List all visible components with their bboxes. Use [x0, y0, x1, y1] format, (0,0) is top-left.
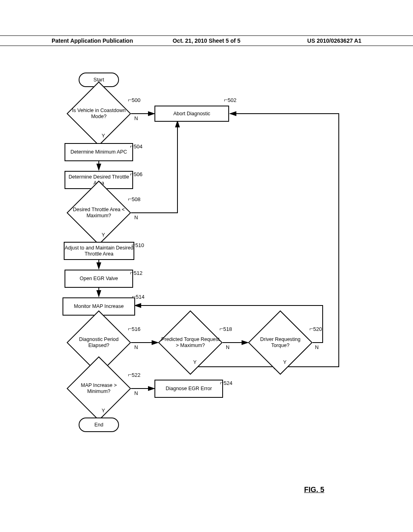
- process-min-apc-text: Determine Minimum APC: [71, 149, 127, 155]
- decision-predicted-torque: Predicted Torque Request > Maximum?: [158, 326, 223, 359]
- decision-coastdown-text: Is Vehicle in Coastdown Mode?: [67, 108, 131, 120]
- ref-518: ⌐518: [219, 325, 232, 333]
- edge-label-y4: Y: [193, 360, 196, 365]
- edge-label-n4: N: [226, 345, 229, 350]
- decision-map-increase: MAP Increase > Minimum?: [67, 372, 131, 405]
- header-left: Patent Application Publication: [52, 37, 133, 44]
- ref-506: ⌐506: [130, 170, 142, 178]
- figure-label: FIG. 5: [304, 486, 324, 494]
- decision-predicted-torque-text: Predicted Torque Request > Maximum?: [158, 337, 223, 349]
- edge-label-n: N: [134, 116, 138, 121]
- decision-coastdown: Is Vehicle in Coastdown Mode?: [67, 98, 131, 130]
- page-header: Patent Application Publication Oct. 21, …: [0, 35, 413, 46]
- decision-map-increase-text: MAP Increase > Minimum?: [67, 382, 131, 395]
- process-diagnose-egr-error-text: Diagnose EGR Error: [166, 386, 212, 392]
- process-min-apc: Determine Minimum APC: [65, 143, 133, 161]
- edge-label-n2: N: [134, 215, 138, 220]
- decision-throttle-max-text: Desired Throttle Area < Maximum?: [67, 207, 131, 219]
- edge-label-y: Y: [102, 133, 105, 139]
- ref-512: ⌐512: [130, 269, 142, 277]
- ref-502: ⌐502: [224, 96, 236, 104]
- process-abort-text: Abort Diagnostic: [173, 111, 211, 117]
- header-right: US 2010/0263627 A1: [307, 37, 361, 44]
- decision-period-elapsed: Diagnostic Period Elapsed?: [67, 326, 131, 359]
- edge-label-y6: Y: [102, 408, 105, 414]
- process-open-egr-text: Open EGR Valve: [80, 276, 118, 282]
- end-label: End: [94, 422, 103, 428]
- ref-522: ⌐522: [128, 371, 140, 379]
- ref-514: ⌐514: [132, 293, 144, 301]
- header-center: Oct. 21, 2010 Sheet 5 of 5: [173, 37, 240, 44]
- ref-524: ⌐524: [220, 379, 232, 387]
- edge-label-n6: N: [134, 391, 138, 396]
- ref-516: ⌐516: [128, 325, 140, 333]
- flowchart: Start Is Vehicle in Coastdown Mode? ⌐500…: [0, 69, 413, 496]
- end-terminal: End: [79, 418, 119, 432]
- ref-504: ⌐504: [130, 142, 142, 150]
- process-open-egr: Open EGR Valve: [65, 270, 133, 288]
- edge-label-y2: Y: [102, 232, 105, 238]
- decision-period-elapsed-text: Diagnostic Period Elapsed?: [67, 337, 131, 349]
- process-adjust-throttle-text: Adjust to and Maintain Desired Throttle …: [65, 245, 133, 257]
- edge-label-y5: Y: [283, 360, 286, 365]
- process-abort: Abort Diagnostic: [154, 106, 229, 122]
- ref-520: ⌐520: [309, 325, 322, 333]
- decision-driver-torque-text: Driver Requesting Torque?: [248, 337, 313, 349]
- process-monitor-map-text: Monitor MAP Increase: [74, 303, 123, 310]
- ref-508: ⌐508: [128, 195, 140, 203]
- edge-label-n5: N: [315, 345, 319, 350]
- process-diagnose-egr-error: Diagnose EGR Error: [154, 380, 223, 398]
- ref-510: ⌐510: [131, 241, 144, 249]
- edge-label-n3: N: [134, 345, 138, 350]
- decision-driver-torque: Driver Requesting Torque?: [248, 326, 313, 359]
- page: Patent Application Publication Oct. 21, …: [0, 0, 413, 532]
- ref-500: ⌐500: [128, 96, 140, 104]
- decision-throttle-max: Desired Throttle Area < Maximum?: [67, 197, 131, 229]
- process-adjust-throttle: Adjust to and Maintain Desired Throttle …: [64, 242, 134, 260]
